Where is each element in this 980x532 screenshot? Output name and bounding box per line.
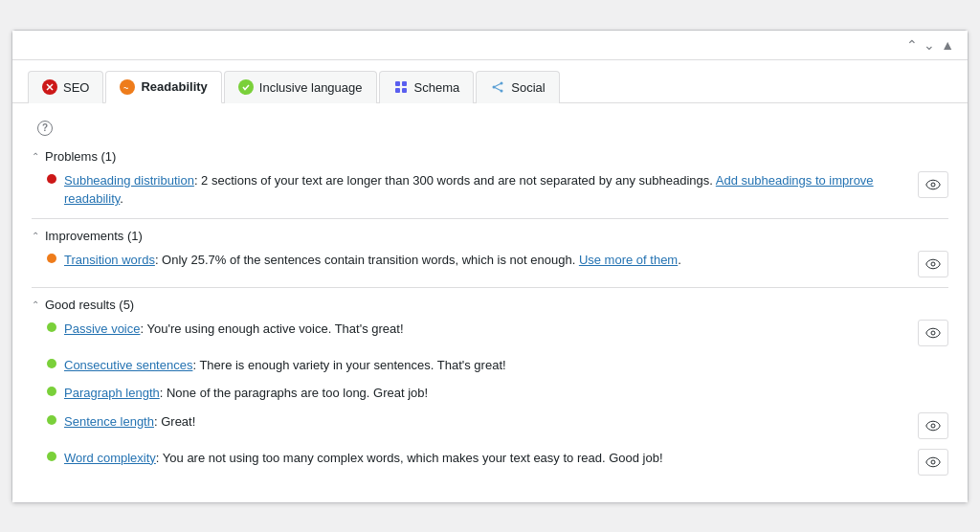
svg-point-14 xyxy=(931,331,935,335)
result-item-sentence-length: Sentence length: Great! xyxy=(32,412,948,439)
result-link-transition-words[interactable]: Transition words xyxy=(64,253,155,267)
result-link-consecutive-sentences[interactable]: Consecutive sentences xyxy=(64,358,192,372)
eye-button-sentence-length[interactable] xyxy=(918,412,948,439)
result-item-subheading-distribution: Subheading distribution: 2 sections of y… xyxy=(32,171,948,209)
result-item-paragraph-length: Paragraph length: None of the paragraphs… xyxy=(32,384,948,403)
dot-transition-words xyxy=(47,254,56,263)
section-label: Good results (5) xyxy=(45,298,134,312)
eye-button-word-complexity[interactable] xyxy=(918,449,948,476)
svg-point-16 xyxy=(931,460,935,464)
main-content: ? ⌃ Problems (1)Subheading distribution:… xyxy=(12,103,968,502)
result-left-sentence-length: Sentence length: Great! xyxy=(47,412,908,432)
result-link-passive-voice[interactable]: Passive voice xyxy=(64,321,140,336)
chevron-icon: ⌃ xyxy=(32,151,39,162)
collapse-icon[interactable]: ⌃ xyxy=(906,38,918,52)
dot-paragraph-length xyxy=(47,387,56,396)
chevron-icon: ⌃ xyxy=(32,231,39,241)
result-text-passive-voice: Passive voice: You're using enough activ… xyxy=(64,320,404,339)
svg-rect-6 xyxy=(402,88,407,93)
eye-icon xyxy=(925,177,941,192)
result-left-subheading-distribution: Subheading distribution: 2 sections of y… xyxy=(47,171,908,209)
tab-seo[interactable]: SEO xyxy=(28,71,103,103)
svg-point-13 xyxy=(931,262,935,266)
tab-icon-seo xyxy=(42,79,57,95)
action-link-transition-words[interactable]: Use more of them xyxy=(579,253,678,267)
svg-rect-5 xyxy=(395,88,400,93)
section-label: Improvements (1) xyxy=(45,229,143,243)
section-improvements: ⌃ Improvements (1)Transition words: Only… xyxy=(32,229,948,288)
section-divider xyxy=(32,287,948,288)
eye-button-transition-words[interactable] xyxy=(918,251,948,277)
result-text-consecutive-sentences: Consecutive sentences: There is enough v… xyxy=(64,356,506,375)
eye-icon xyxy=(925,325,941,341)
dot-consecutive-sentences xyxy=(47,359,56,368)
result-link-paragraph-length[interactable]: Paragraph length xyxy=(64,386,160,400)
svg-point-15 xyxy=(931,424,935,428)
title-bar: ⌃ ⌄ ▲ xyxy=(12,31,968,60)
maximize-icon[interactable]: ▲ xyxy=(941,38,954,52)
result-left-transition-words: Transition words: Only 25.7% of the sent… xyxy=(47,251,908,270)
tab-icon-social xyxy=(490,79,505,95)
result-item-consecutive-sentences: Consecutive sentences: There is enough v… xyxy=(32,356,948,375)
section-label: Problems (1) xyxy=(45,149,116,164)
chevron-icon: ⌃ xyxy=(32,299,39,310)
eye-icon xyxy=(925,418,941,433)
section-header-good-results[interactable]: ⌃ Good results (5) xyxy=(32,298,948,312)
svg-line-11 xyxy=(494,87,501,91)
section-good-results: ⌃ Good results (5)Passive voice: You're … xyxy=(32,298,948,476)
dot-sentence-length xyxy=(47,415,56,425)
svg-rect-3 xyxy=(395,81,400,86)
svg-point-12 xyxy=(931,183,935,187)
tab-label-seo: SEO xyxy=(63,80,89,95)
tab-icon-schema xyxy=(393,79,409,95)
expand-icon[interactable]: ⌄ xyxy=(924,38,935,52)
tab-schema[interactable]: Schema xyxy=(379,71,475,103)
tab-readability[interactable]: ~Readability xyxy=(105,71,221,103)
eye-icon xyxy=(925,256,941,272)
tab-label-readability: Readability xyxy=(141,79,207,94)
tab-bar: SEO~ReadabilityInclusive languageSchemaS… xyxy=(12,60,968,103)
section-header-improvements[interactable]: ⌃ Improvements (1) xyxy=(32,229,948,243)
result-left-word-complexity: Word complexity: You are not using too m… xyxy=(47,449,908,468)
eye-button-subheading-distribution[interactable] xyxy=(918,171,948,198)
dot-word-complexity xyxy=(47,452,56,461)
window-controls: ⌃ ⌄ ▲ xyxy=(906,38,954,52)
dot-subheading-distribution xyxy=(47,174,56,184)
result-left-consecutive-sentences: Consecutive sentences: There is enough v… xyxy=(47,356,948,375)
result-link-word-complexity[interactable]: Word complexity xyxy=(64,451,156,465)
help-icon[interactable]: ? xyxy=(37,121,53,136)
yoast-window: ⌃ ⌄ ▲ SEO~ReadabilityInclusive languageS… xyxy=(11,30,969,503)
tab-label-inclusive-language: Inclusive language xyxy=(259,80,363,95)
analysis-header: ? xyxy=(32,121,948,136)
tab-icon-readability: ~ xyxy=(120,79,135,95)
result-left-paragraph-length: Paragraph length: None of the paragraphs… xyxy=(47,384,948,403)
eye-button-passive-voice[interactable] xyxy=(918,320,948,346)
result-left-passive-voice: Passive voice: You're using enough activ… xyxy=(47,320,908,339)
dot-passive-voice xyxy=(47,322,56,332)
result-text-paragraph-length: Paragraph length: None of the paragraphs… xyxy=(64,384,428,403)
result-text-subheading-distribution: Subheading distribution: 2 sections of y… xyxy=(64,171,908,209)
section-divider xyxy=(32,218,948,219)
section-problems: ⌃ Problems (1)Subheading distribution: 2… xyxy=(32,149,948,219)
sections-container: ⌃ Problems (1)Subheading distribution: 2… xyxy=(32,149,948,476)
eye-icon xyxy=(925,454,941,470)
section-header-problems[interactable]: ⌃ Problems (1) xyxy=(32,149,948,164)
tab-label-social: Social xyxy=(511,80,545,95)
result-text-transition-words: Transition words: Only 25.7% of the sent… xyxy=(64,251,681,270)
tab-icon-inclusive-language xyxy=(238,79,254,95)
svg-line-10 xyxy=(494,83,501,87)
result-item-transition-words: Transition words: Only 25.7% of the sent… xyxy=(32,251,948,277)
result-link-subheading-distribution[interactable]: Subheading distribution xyxy=(64,173,194,188)
result-item-passive-voice: Passive voice: You're using enough activ… xyxy=(32,320,948,346)
tab-inclusive-language[interactable]: Inclusive language xyxy=(224,71,377,103)
svg-text:~: ~ xyxy=(123,83,128,92)
svg-rect-4 xyxy=(402,81,407,86)
result-item-word-complexity: Word complexity: You are not using too m… xyxy=(32,449,948,476)
tab-label-schema: Schema xyxy=(414,80,460,95)
tab-social[interactable]: Social xyxy=(476,71,559,103)
result-text-sentence-length: Sentence length: Great! xyxy=(64,412,195,432)
result-link-sentence-length[interactable]: Sentence length xyxy=(64,414,154,429)
result-text-word-complexity: Word complexity: You are not using too m… xyxy=(64,449,663,468)
